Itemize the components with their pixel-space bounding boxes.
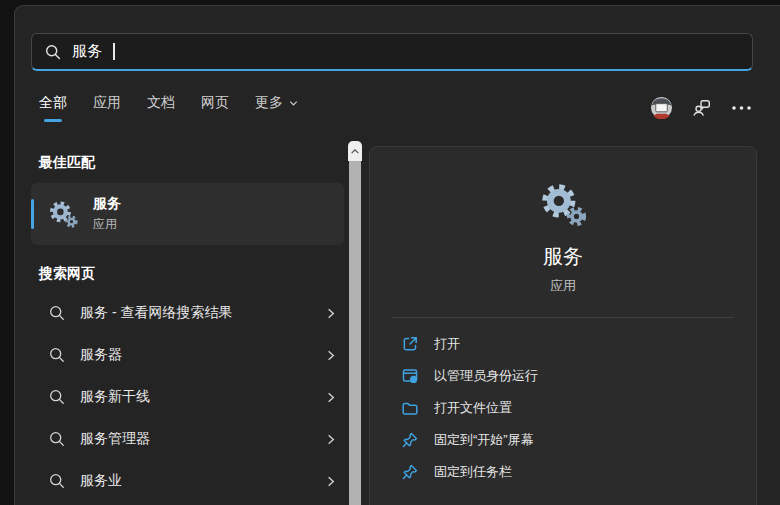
- chevron-down-icon: [288, 98, 299, 109]
- tab-apps[interactable]: 应用: [93, 94, 121, 122]
- pin-icon: [401, 463, 419, 481]
- chevron-right-icon: [323, 306, 338, 321]
- search-query-text: 服务: [72, 42, 102, 61]
- more-options-icon[interactable]: [731, 105, 752, 111]
- search-icon: [49, 431, 65, 447]
- services-gears-icon: [46, 199, 80, 230]
- scroll-up-button[interactable]: [348, 141, 362, 161]
- tab-more[interactable]: 更多: [255, 94, 299, 122]
- preview-panel: 服务 应用 打开 以管理员身份运行: [369, 146, 757, 505]
- web-suggestion-row[interactable]: 服务管理器: [31, 418, 344, 460]
- action-open-file-location[interactable]: 打开文件位置: [401, 392, 756, 424]
- search-icon: [49, 305, 65, 321]
- search-icon: [49, 473, 65, 489]
- tab-all[interactable]: 全部: [39, 94, 67, 122]
- header-icons: [650, 96, 752, 119]
- services-gears-icon: [536, 181, 590, 229]
- chevron-up-icon: [350, 148, 360, 155]
- chat-bubble-person-icon[interactable]: [692, 98, 712, 118]
- action-open[interactable]: 打开: [401, 328, 756, 360]
- divider: [392, 317, 734, 318]
- search-flyout-window: 服务 全部 应用 文档 网页 更多: [14, 5, 780, 505]
- web-search-header: 搜索网页: [39, 265, 95, 283]
- search-icon: [45, 44, 61, 60]
- pin-icon: [401, 431, 419, 449]
- web-suggestion-row[interactable]: 服务 - 查看网络搜索结果: [31, 292, 344, 334]
- chevron-right-icon: [323, 390, 338, 405]
- search-icon: [49, 389, 65, 405]
- action-pin-to-taskbar[interactable]: 固定到任务栏: [401, 456, 756, 488]
- chevron-right-icon: [323, 348, 338, 363]
- user-avatar[interactable]: [650, 96, 673, 119]
- scrollbar-thumb[interactable]: [349, 161, 361, 505]
- web-suggestions-list: 服务 - 查看网络搜索结果 服务器: [31, 292, 344, 502]
- run-as-admin-icon: [401, 367, 419, 385]
- preview-subtitle: 应用: [550, 277, 576, 295]
- chevron-right-icon: [323, 432, 338, 447]
- best-match-subtitle: 应用: [93, 216, 121, 233]
- action-list: 打开 以管理员身份运行 打开文件位置: [370, 328, 756, 488]
- open-file-location-icon: [401, 399, 419, 417]
- chevron-right-icon: [323, 474, 338, 489]
- tab-documents[interactable]: 文档: [147, 94, 175, 122]
- search-icon: [49, 347, 65, 363]
- tab-web[interactable]: 网页: [201, 94, 229, 122]
- best-match-result[interactable]: 服务 应用: [31, 183, 344, 245]
- best-match-title: 服务: [93, 195, 121, 213]
- action-pin-to-start[interactable]: 固定到“开始”屏幕: [401, 424, 756, 456]
- action-run-as-admin[interactable]: 以管理员身份运行: [401, 360, 756, 392]
- web-suggestion-row[interactable]: 服务器: [31, 334, 344, 376]
- web-suggestion-row[interactable]: 服务业: [31, 460, 344, 502]
- best-match-header: 最佳匹配: [39, 154, 95, 172]
- search-filter-tabs: 全部 应用 文档 网页 更多: [39, 94, 299, 122]
- search-input[interactable]: 服务: [31, 33, 753, 71]
- open-icon: [401, 335, 419, 353]
- best-match-text: 服务 应用: [93, 195, 121, 233]
- text-caret: [113, 43, 115, 60]
- web-suggestion-row[interactable]: 服务新干线: [31, 376, 344, 418]
- selection-accent-bar: [31, 199, 34, 229]
- preview-title: 服务: [543, 243, 583, 270]
- windows-search-panel: 服务 全部 应用 文档 网页 更多: [0, 0, 780, 505]
- scrollbar: [348, 141, 362, 505]
